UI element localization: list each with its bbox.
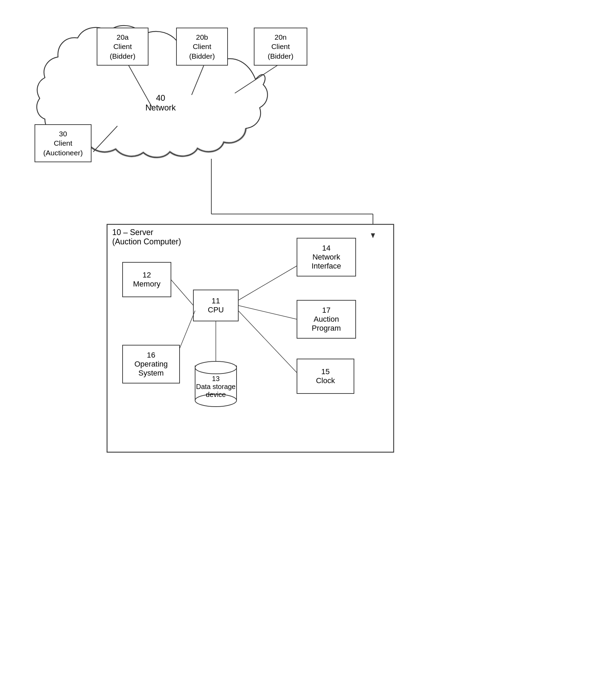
client-20a: 20a Client (Bidder)	[97, 28, 148, 66]
data-storage-label: 13 Data storage device	[195, 373, 237, 400]
svg-line-17	[171, 280, 193, 305]
svg-line-18	[238, 266, 297, 300]
server-label: 10 – Server (Auction Computer)	[112, 228, 181, 246]
clock-label: 15 Clock	[297, 359, 354, 393]
client-20b: 20b Client (Bidder)	[176, 28, 228, 66]
cpu-label: 11 CPU	[193, 290, 238, 321]
svg-line-19	[238, 305, 297, 319]
svg-point-15	[195, 361, 237, 374]
client-30: 30 Client (Auctioneer)	[35, 124, 92, 162]
svg-line-2	[235, 64, 280, 93]
diagram-container: 20a Client (Bidder) 20b Client (Bidder) …	[0, 0, 615, 700]
client-20n: 20n Client (Bidder)	[254, 28, 307, 66]
memory-label: 12 Memory	[123, 262, 171, 297]
svg-line-1	[192, 66, 204, 95]
svg-line-3	[93, 126, 117, 152]
svg-line-20	[238, 311, 297, 373]
svg-line-21	[180, 311, 195, 349]
auction-program-label: 17 Auction Program	[297, 300, 356, 338]
network-label: 40 Network	[135, 93, 186, 113]
svg-marker-23	[371, 233, 375, 238]
operating-system-label: 16 Operating System	[123, 345, 180, 383]
network-interface-label: 14 Network Interface	[297, 238, 356, 276]
